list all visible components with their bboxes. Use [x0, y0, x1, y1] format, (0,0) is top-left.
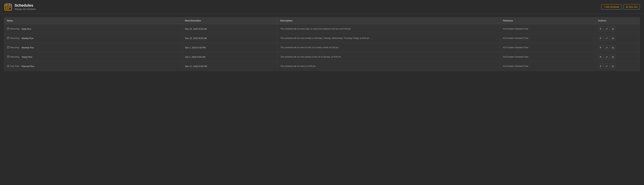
type-label: Recurring	[10, 37, 19, 39]
svg-line-55	[8, 66, 9, 66]
schedule-name: Yearly Run	[22, 56, 32, 58]
header-buttons: + Add Schedule ⊞ View Job	[601, 4, 640, 10]
description-cell-5: This schedule will run once on 5:00 pm	[278, 62, 500, 71]
name-cell-5: One TimePlanned Run	[4, 62, 182, 71]
schedule-name: Planned Run	[22, 65, 34, 68]
type-label: One Time	[10, 65, 19, 67]
svg-rect-5	[8, 7, 9, 8]
type-label: Recurring	[10, 28, 19, 30]
svg-rect-6	[9, 7, 10, 8]
calendar-icon	[7, 37, 9, 40]
column-header-actions: Actions	[595, 17, 640, 24]
name-cell-3: RecurringMonthly Run	[4, 43, 182, 52]
actions-cell-4	[595, 52, 640, 62]
table-header: Name Next Execution Description Timezone…	[4, 17, 640, 24]
edit-button-1[interactable]	[604, 26, 609, 31]
svg-rect-4	[6, 7, 7, 8]
column-header-next-execution: Next Execution	[182, 17, 278, 24]
header-left: Schedules Manage Job Schedules.	[4, 3, 36, 11]
svg-rect-37	[612, 47, 614, 49]
next-execution-cell-5: Nov 17, 2023 5:00 PM	[182, 62, 278, 71]
page-subtitle: Manage Job Schedules.	[14, 8, 36, 10]
svg-point-47	[600, 57, 601, 57]
calendar-icon	[7, 56, 9, 58]
actions-cell-3	[595, 43, 640, 52]
edit-button-4[interactable]	[604, 54, 609, 59]
next-execution-cell-4: Jan 1, 2024 9:00 AM	[182, 52, 278, 62]
svg-rect-8	[8, 8, 9, 9]
delete-button-1[interactable]	[610, 26, 615, 31]
svg-rect-42	[7, 56, 9, 58]
timezone-cell-1: AUS Eastern Standard Time	[500, 24, 595, 34]
add-schedule-button[interactable]: + Add Schedule	[601, 4, 622, 10]
svg-point-25	[600, 38, 601, 39]
actions-cell-2	[595, 34, 640, 43]
view-button-3[interactable]	[598, 45, 603, 50]
next-execution-cell-3: Dec 1, 2023 5:00 PM	[182, 43, 278, 52]
actions-cell-5	[595, 62, 640, 71]
schedules-table-container: Name Next Execution Description Timezone…	[4, 17, 640, 71]
actions-cell-1	[595, 24, 640, 34]
table-body: RecurringDaily RunNov 15, 2023 9:00 AMTh…	[4, 24, 640, 71]
schedule-name: Weekly Run	[22, 37, 34, 40]
table-header-row: Name Next Execution Description Timezone…	[4, 17, 640, 24]
description-cell-3: This schedule will run once on the 1st o…	[278, 43, 500, 52]
table-row: RecurringDaily RunNov 15, 2023 9:00 AMTh…	[4, 24, 640, 34]
description-cell-4: This schedule will run once yearly on th…	[278, 52, 500, 62]
next-execution-cell-1: Nov 15, 2023 9:00 AM	[182, 24, 278, 34]
edit-button-5[interactable]	[604, 64, 609, 69]
clock-icon	[7, 65, 9, 68]
svg-point-36	[600, 47, 601, 48]
name-cell-1: RecurringDaily Run	[4, 24, 182, 34]
delete-button-5[interactable]	[610, 64, 615, 69]
view-button-2[interactable]	[598, 36, 603, 41]
view-job-button[interactable]: ⊞ View Job	[624, 4, 640, 10]
name-cell-2: RecurringWeekly Run	[4, 34, 182, 43]
type-label: Recurring	[10, 46, 19, 49]
schedule-name: Daily Run	[22, 28, 31, 30]
timezone-cell-2: AUS Eastern Standard Time	[500, 34, 595, 43]
next-execution-cell-2: Nov 15, 2023 9:00 AM	[182, 34, 278, 43]
column-header-name: Name	[4, 17, 182, 24]
svg-rect-7	[6, 8, 7, 9]
delete-button-2[interactable]	[610, 36, 615, 41]
edit-button-2[interactable]	[604, 36, 609, 41]
timezone-cell-5: AUS Eastern Standard Time	[500, 62, 595, 71]
table-row: RecurringMonthly RunDec 1, 2023 5:00 PMT…	[4, 43, 640, 52]
table-row: RecurringWeekly RunNov 15, 2023 9:00 AMT…	[4, 34, 640, 43]
delete-button-3[interactable]	[610, 45, 615, 50]
timezone-cell-3: AUS Eastern Standard Time	[500, 43, 595, 52]
calendar-icon	[7, 46, 9, 49]
view-button-4[interactable]	[598, 54, 603, 59]
schedule-name: Monthly Run	[22, 46, 34, 49]
name-cell-4: RecurringYearly Run	[4, 52, 182, 62]
view-button-1[interactable]	[598, 26, 603, 31]
svg-point-57	[600, 66, 601, 67]
table-row: RecurringYearly RunJan 1, 2024 9:00 AMTh…	[4, 52, 640, 62]
description-cell-2: This schedule will run once weekly on Mo…	[278, 34, 500, 43]
type-label: Recurring	[10, 56, 19, 58]
schedules-table: Name Next Execution Description Timezone…	[4, 17, 640, 71]
svg-rect-20	[7, 37, 9, 39]
svg-rect-31	[7, 47, 9, 48]
calendar-icon	[4, 3, 12, 11]
page-title: Schedules	[14, 3, 36, 8]
svg-rect-58	[612, 66, 614, 67]
timezone-cell-4: AUS Eastern Standard Time	[500, 52, 595, 62]
description-cell-1: This schedule will run every day, on eve…	[278, 24, 500, 34]
main-content: Name Next Execution Description Timezone…	[0, 14, 644, 74]
svg-rect-48	[612, 57, 614, 58]
column-header-description: Description	[278, 17, 500, 24]
page-header: Schedules Manage Job Schedules. + Add Sc…	[0, 0, 644, 14]
svg-point-14	[600, 29, 601, 29]
svg-rect-15	[612, 29, 614, 30]
table-row: One TimePlanned RunNov 17, 2023 5:00 PMT…	[4, 62, 640, 71]
delete-button-4[interactable]	[610, 54, 615, 59]
view-button-5[interactable]	[598, 64, 603, 69]
column-header-timezone: Timezone	[500, 17, 595, 24]
svg-rect-26	[612, 38, 614, 39]
svg-rect-9	[7, 28, 9, 30]
calendar-icon	[7, 28, 9, 30]
header-text: Schedules Manage Job Schedules.	[14, 3, 36, 10]
edit-button-3[interactable]	[604, 45, 609, 50]
